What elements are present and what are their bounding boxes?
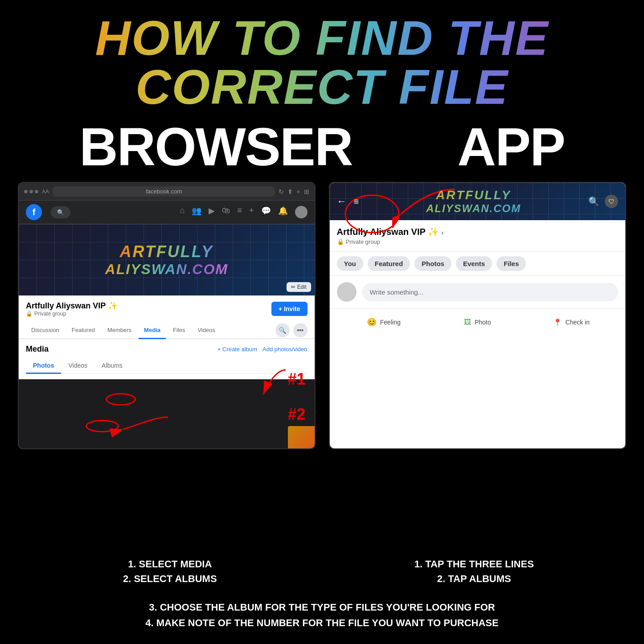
app-artfully-text: ARTFULLY: [366, 188, 581, 202]
dot1: [24, 190, 28, 193]
title-row: HOW TO FIND THE CORRECT FILE: [0, 13, 644, 111]
bottom-instruction-3: 3. CHOOSE THE ALBUM FOR THE TYPE OF FILE…: [18, 599, 626, 615]
messenger-icon[interactable]: 💬: [261, 206, 271, 218]
photo-icon: 🖼: [464, 318, 471, 326]
fb-group-info: Artfully Aliyswan VIP ✨ 🔒 Private group …: [19, 295, 315, 322]
app-write-input[interactable]: Write something...: [362, 283, 619, 301]
dot2: [29, 190, 33, 193]
app-search-icon[interactable]: 🔍: [588, 196, 599, 207]
fb-cover: ARTFULLY ALIYSWAN.COM ✏ Edit: [19, 224, 315, 295]
user-avatar: [295, 206, 308, 218]
browser-url[interactable]: facebook.com: [53, 186, 275, 197]
section-labels: BROWSER APP: [0, 116, 644, 177]
app-tabs-row: You Featured Photos Events Files: [330, 252, 626, 276]
more-tab-btn[interactable]: •••: [293, 323, 308, 337]
browser-screenshot: AA facebook.com ↻ ⬆ + ⊞ f 🔍 ⌂ 👥 ▶: [18, 182, 316, 449]
bell-icon[interactable]: 🔔: [278, 206, 288, 218]
fb-logo: f: [26, 204, 42, 220]
app-lock-icon: 🔒: [337, 238, 344, 245]
app-header-left: ← ≡: [337, 196, 359, 207]
app-user-avatar: [337, 282, 357, 302]
main-container: HOW TO FIND THE CORRECT FILE BROWSER APP…: [0, 0, 644, 644]
arrow-1: [254, 365, 290, 401]
fb-media-title: Media: [26, 345, 49, 354]
browser-toolbar: AA facebook.com ↻ ⬆ + ⊞: [19, 183, 315, 201]
fb-search[interactable]: 🔍: [51, 206, 70, 218]
reload-icon[interactable]: ↻: [279, 188, 284, 195]
fb-tabs-row: Discussion Featured Members Media Files …: [19, 322, 315, 339]
back-icon[interactable]: ←: [337, 196, 347, 207]
video-icon[interactable]: ▶: [209, 206, 215, 218]
grid-icon[interactable]: ⊞: [304, 188, 309, 195]
app-tab-you[interactable]: You: [337, 256, 363, 271]
tab-members[interactable]: Members: [102, 322, 137, 339]
app-instructions: 1. TAP THE THREE LINES 2. TAP ALBUMS: [331, 557, 618, 586]
media-tab-albums[interactable]: Albums: [94, 358, 130, 374]
app-instruction-1: 1. TAP THE THREE LINES: [331, 557, 618, 571]
browser-action-icons: ↻ ⬆ + ⊞: [279, 188, 309, 195]
app-tab-events[interactable]: Events: [456, 256, 492, 271]
main-title: HOW TO FIND THE CORRECT FILE: [0, 13, 644, 111]
plus-icon2[interactable]: +: [249, 206, 254, 218]
dot3: [35, 190, 38, 193]
media-circle: [106, 393, 136, 406]
media-tab-videos[interactable]: Videos: [61, 358, 94, 374]
feeling-button[interactable]: 😊 Feeling: [337, 314, 431, 331]
add-photos-link[interactable]: Add photos/video: [263, 346, 307, 353]
app-group-chevron[interactable]: ›: [442, 229, 444, 236]
tab-featured[interactable]: Featured: [66, 322, 100, 339]
fb-group-name: Artfully Aliyswan VIP ✨: [26, 301, 118, 311]
fb-nav-icons: ⌂ 👥 ▶ 🛍 ≡ + 💬 🔔: [180, 206, 308, 218]
browser-dots: [24, 190, 38, 193]
thumbnail-image: [288, 426, 315, 448]
app-shield-icon[interactable]: 🛡: [605, 195, 618, 208]
search-icon: 🔍: [57, 209, 64, 216]
cover-text: ARTFULLY ALIYSWAN.COM: [105, 242, 228, 278]
app-label: APP: [457, 116, 565, 177]
app-write-row: Write something...: [330, 276, 626, 308]
hamburger-icon[interactable]: ≡: [354, 197, 359, 207]
browser-label: BROWSER: [79, 116, 353, 177]
screenshots-row: AA facebook.com ↻ ⬆ + ⊞ f 🔍 ⌂ 👥 ▶: [0, 182, 644, 548]
create-album-link[interactable]: + Create album: [217, 346, 257, 353]
home-icon[interactable]: ⌂: [180, 206, 185, 218]
search-tab-btn[interactable]: 🔍: [275, 323, 290, 337]
app-tab-photos[interactable]: Photos: [414, 256, 451, 271]
share-icon[interactable]: ⬆: [287, 188, 293, 195]
edit-button[interactable]: ✏ Edit: [287, 282, 311, 292]
feeling-icon: 😊: [367, 317, 377, 327]
annotation-1: #1: [287, 370, 305, 389]
app-screenshot: ← ≡ ARTFULLY ALIYSWAN.COM 🔍 🛡: [329, 182, 627, 449]
fb-media-actions: + Create album Add photos/video: [217, 346, 308, 353]
tab-videos[interactable]: Videos: [192, 322, 221, 339]
plus-icon[interactable]: +: [296, 188, 300, 195]
app-header-title: ARTFULLY ALIYSWAN.COM: [366, 188, 581, 215]
browser-instruction-2: 2. SELECT ALBUMS: [27, 571, 313, 586]
albums-circle: [86, 420, 119, 432]
app-header: ← ≡ ARTFULLY ALIYSWAN.COM 🔍 🛡: [330, 183, 626, 220]
checkin-button[interactable]: 📍 Check in: [525, 314, 619, 331]
menu-icon[interactable]: ≡: [237, 206, 242, 218]
browser-instructions: 1. SELECT MEDIA 2. SELECT ALBUMS: [27, 557, 313, 586]
store-icon[interactable]: 🛍: [222, 206, 230, 218]
fb-nav: f 🔍 ⌂ 👥 ▶ 🛍 ≡ + 💬 🔔: [19, 201, 315, 224]
photo-button[interactable]: 🖼 Photo: [431, 314, 525, 331]
media-tab-photos[interactable]: Photos: [26, 358, 61, 374]
lock-icon: 🔒: [26, 311, 33, 317]
tab-discussion[interactable]: Discussion: [26, 322, 65, 339]
instructions-row: 1. SELECT MEDIA 2. SELECT ALBUMS 1. TAP …: [0, 548, 644, 599]
app-instruction-2: 2. TAP ALBUMS: [331, 571, 618, 586]
app-tab-featured[interactable]: Featured: [368, 256, 410, 271]
people-icon[interactable]: 👥: [192, 206, 201, 218]
app-tab-files[interactable]: Files: [496, 256, 526, 271]
app-aliyswan-text: ALIYSWAN.COM: [366, 202, 581, 215]
tab-media[interactable]: Media: [139, 322, 166, 339]
checkin-icon: 📍: [553, 318, 562, 327]
invite-button[interactable]: + Invite: [271, 302, 308, 316]
tab-files[interactable]: Files: [168, 322, 190, 339]
app-actions-row: 😊 Feeling 🖼 Photo 📍 Check in: [330, 308, 626, 336]
app-group-type: 🔒 Private group: [337, 238, 619, 245]
browser-instruction-1: 1. SELECT MEDIA: [27, 557, 313, 571]
bottom-instruction-4: 4. MAKE NOTE OF THE NUMBER FOR THE FILE …: [18, 615, 626, 631]
annotation-2: #2: [287, 405, 305, 424]
